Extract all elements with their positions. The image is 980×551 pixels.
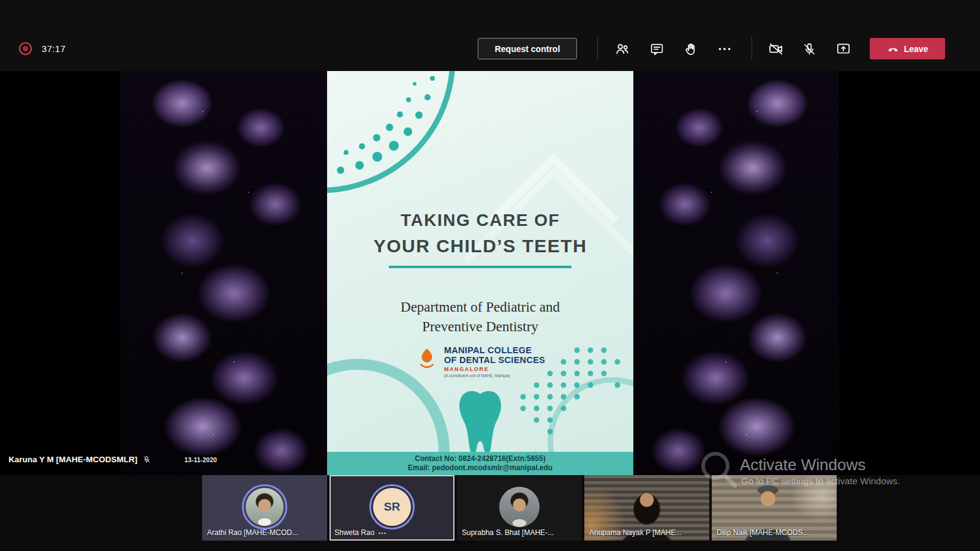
meeting-timer: 37:17 bbox=[42, 43, 66, 54]
poster-department: Department of Pediatric and Preventive D… bbox=[327, 298, 633, 337]
poster-contact-phone: Contact No: 0824-2428716(Extn:5655) bbox=[415, 454, 545, 463]
avatar bbox=[499, 487, 540, 527]
meeting-top-bar: 37:17 Request control bbox=[0, 0, 980, 71]
more-options-icon[interactable] bbox=[716, 40, 733, 58]
poster-dots-arc-decor bbox=[327, 71, 468, 200]
poster-contact-email: Email: pedodont.mcodsmlr@manipal.edu bbox=[408, 463, 552, 473]
college-logo-block: MANIPAL COLLEGE OF DENTAL SCIENCES MANGA… bbox=[327, 345, 633, 378]
college-name-line2: OF DENTAL SCIENCES bbox=[444, 355, 545, 365]
presenter-name-label: Karuna Y M [MAHE-MCODSMLR] bbox=[9, 455, 151, 464]
date-stamp: 13-11-2020 bbox=[184, 456, 217, 463]
request-control-button[interactable]: Request control bbox=[478, 38, 577, 59]
toolbar-divider bbox=[752, 37, 752, 60]
magnifier-watermark-icon bbox=[698, 449, 741, 494]
leave-button-label: Leave bbox=[904, 44, 929, 54]
tile-name-label: Shweta Rao bbox=[334, 528, 374, 537]
shared-slide: TAKING CARE OF YOUR CHILD’S TEETH Depart… bbox=[120, 71, 839, 475]
tooth-graphic bbox=[453, 389, 507, 458]
presenter-mic-off-icon bbox=[142, 455, 151, 464]
activate-windows-watermark-line1: Activate Windows bbox=[740, 455, 865, 474]
manipal-logo-icon bbox=[415, 345, 439, 372]
tile-name-label: Arathi Rao [MAHE-MCOD... bbox=[207, 528, 298, 537]
presenter-name-text: Karuna Y M [MAHE-MCODSMLR] bbox=[9, 455, 137, 464]
tile-name-label: Anupama Nayak P [MAHE... bbox=[589, 528, 682, 537]
participant-tile-arathi[interactable]: Arathi Rao [MAHE-MCOD... bbox=[202, 475, 327, 541]
raise-hand-icon[interactable] bbox=[682, 40, 699, 58]
camera-off-icon[interactable] bbox=[767, 40, 785, 58]
participants-icon[interactable] bbox=[614, 40, 631, 58]
initials-avatar: SR bbox=[373, 488, 411, 526]
tile-more-icon[interactable] bbox=[379, 533, 380, 534]
tile-name-label: Suprabha S. Bhat [MAHE-... bbox=[462, 528, 554, 537]
phone-hangup-icon bbox=[887, 43, 899, 55]
mic-off-icon[interactable] bbox=[801, 40, 818, 58]
poster-title: TAKING CARE OF YOUR CHILD’S TEETH bbox=[327, 211, 633, 268]
chat-icon[interactable] bbox=[648, 40, 665, 58]
activate-windows-watermark-line2: Go to PC settings to activate Windows. bbox=[741, 476, 900, 486]
poster-contact-band: Contact No: 0824-2428716(Extn:5655) Emai… bbox=[327, 452, 633, 475]
slide-flower-panel-right bbox=[633, 71, 839, 475]
speaking-ring: SR bbox=[369, 484, 415, 530]
participant-tile-suprabha[interactable]: Suprabha S. Bhat [MAHE-... bbox=[457, 475, 582, 541]
share-screen-icon[interactable] bbox=[835, 40, 852, 58]
tile-name-label: Dilip Naik [MAHE-MCODS... bbox=[717, 528, 809, 537]
poster-title-line1: TAKING CARE OF bbox=[327, 211, 633, 230]
college-city: MANGALORE bbox=[444, 366, 545, 372]
avatar bbox=[246, 488, 284, 526]
recording-indicator-icon bbox=[19, 42, 32, 55]
teams-meeting-window: 37:17 Request control bbox=[0, 0, 980, 551]
poster-department-line1: Department of Pediatric and bbox=[327, 298, 633, 317]
college-subline: (A constituent unit of MAHE, Manipal) bbox=[444, 373, 545, 378]
participant-tile-shweta[interactable]: SR Shweta Rao bbox=[330, 475, 454, 541]
speaking-ring bbox=[242, 484, 287, 530]
toolbar-divider bbox=[597, 37, 598, 60]
poster-title-underline bbox=[389, 266, 571, 268]
poster-title-line2: YOUR CHILD’S TEETH bbox=[327, 236, 633, 257]
participant-tile-anupama[interactable]: Anupama Nayak P [MAHE... bbox=[584, 475, 709, 541]
poster-department-line2: Preventive Dentistry bbox=[327, 317, 633, 337]
slide-poster: TAKING CARE OF YOUR CHILD’S TEETH Depart… bbox=[327, 71, 633, 475]
shared-screen-stage: TAKING CARE OF YOUR CHILD’S TEETH Depart… bbox=[0, 71, 980, 475]
slide-flower-panel-left bbox=[120, 71, 327, 475]
college-name-line1: MANIPAL COLLEGE bbox=[444, 345, 545, 355]
participants-strip: +71 E Arathi Rao [MAHE-MCOD... SR Shweta… bbox=[0, 475, 980, 551]
leave-button[interactable]: Leave bbox=[870, 38, 945, 59]
